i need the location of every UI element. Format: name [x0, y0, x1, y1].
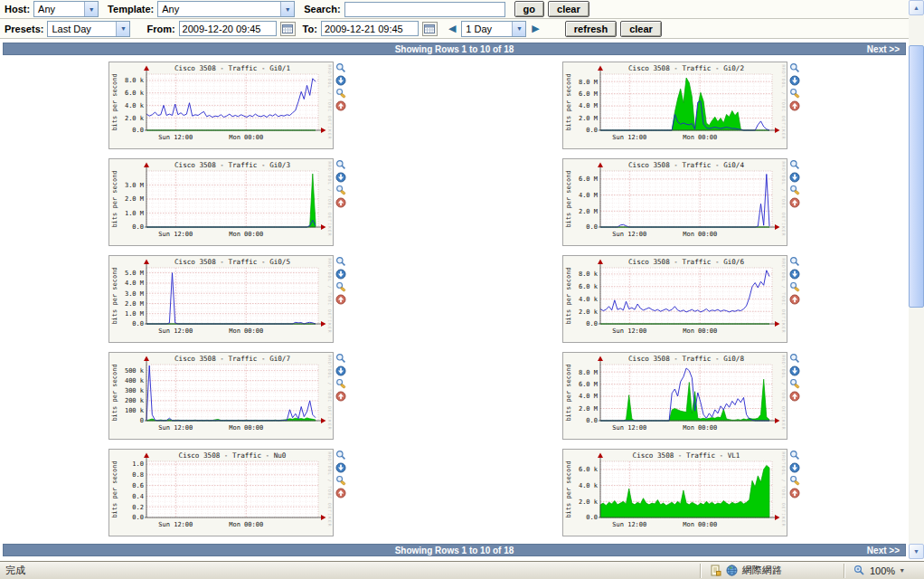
- graph-image[interactable]: Sun 12:00Mon 00:000.00.20.40.60.81.0Cisc…: [108, 449, 334, 536]
- y-tick-label: 0.0: [587, 417, 599, 424]
- graph-title: Cisco 3508 - Traffic - Gi0/1: [174, 64, 290, 72]
- y-tick-label: 0.0: [132, 127, 144, 134]
- y-axis-label: bits per second: [565, 73, 572, 130]
- graph-image[interactable]: Sun 12:00Mon 00:000100 k200 k300 k400 k5…: [108, 352, 334, 440]
- shift-back-icon[interactable]: ◀: [447, 23, 457, 34]
- calendar-icon[interactable]: [280, 22, 296, 36]
- vertical-scrollbar[interactable]: ▲ ▼: [909, 0, 924, 559]
- y-tick-label: 0.0: [132, 223, 144, 231]
- graph-image[interactable]: Sun 12:00Mon 00:000.02.0 M4.0 M6.0 M8.0 …: [562, 352, 787, 440]
- zoom-graph-icon[interactable]: [789, 62, 800, 73]
- graph-properties-icon[interactable]: [789, 88, 800, 99]
- page-top-icon[interactable]: [789, 488, 800, 498]
- graph-properties-icon[interactable]: [789, 378, 800, 389]
- page-top-icon[interactable]: [335, 197, 346, 208]
- csv-export-icon[interactable]: [789, 462, 800, 473]
- zoom-control[interactable]: 100% ▼: [848, 565, 924, 577]
- csv-export-icon[interactable]: [335, 365, 346, 376]
- page-top-icon[interactable]: [335, 488, 346, 498]
- next-page-link[interactable]: Next >>: [867, 546, 900, 555]
- csv-export-icon[interactable]: [789, 172, 800, 183]
- graph-row: Sun 12:00Mon 00:000.01.0 M2.0 M3.0 MCisc…: [0, 157, 909, 253]
- search-input[interactable]: [344, 2, 505, 17]
- graph-properties-icon[interactable]: [789, 185, 800, 195]
- to-date-input[interactable]: [321, 21, 419, 36]
- graph-properties-icon[interactable]: [789, 281, 800, 292]
- graph-title: Cisco 3508 - Traffic - Nu0: [178, 451, 286, 460]
- presets-select[interactable]: Last Day ▼: [47, 21, 130, 37]
- y-tick-label: 4.0 M: [579, 192, 598, 199]
- zoom-graph-icon[interactable]: [789, 256, 800, 267]
- y-tick-label: 0.0: [587, 320, 599, 327]
- csv-export-icon[interactable]: [789, 365, 800, 376]
- rrdtool-watermark: RRDTOOL / TOBI OETIKER: [781, 259, 786, 334]
- traffic-graph-svg: Sun 12:00Mon 00:000.01.0 M2.0 M3.0 M4.0 …: [109, 256, 333, 342]
- zoom-graph-icon[interactable]: [789, 159, 800, 170]
- csv-export-icon[interactable]: [335, 75, 346, 86]
- y-tick-label: 3.0 M: [125, 290, 144, 298]
- scroll-up-button[interactable]: ▲: [909, 0, 924, 15]
- y-axis-arrow: [144, 260, 149, 265]
- scrollbar-thumb[interactable]: [909, 45, 924, 308]
- graph-image[interactable]: Sun 12:00Mon 00:000.01.0 M2.0 M3.0 M4.0 …: [108, 255, 334, 343]
- csv-export-icon[interactable]: [335, 172, 346, 183]
- graph-image[interactable]: Sun 12:00Mon 00:000.02.0 M4.0 M6.0 M8.0 …: [562, 62, 787, 149]
- host-select[interactable]: Any ▼: [33, 1, 99, 17]
- x-tick-label: Mon 00:00: [229, 521, 263, 528]
- y-tick-label: 1.0 M: [125, 210, 144, 217]
- y-axis-arrow: [598, 356, 603, 362]
- graph-properties-icon[interactable]: [789, 475, 800, 486]
- graph-cell: Sun 12:00Mon 00:000.02.0 k4.0 k6.0 k8.0 …: [0, 60, 455, 157]
- scroll-down-button[interactable]: ▼: [909, 544, 924, 559]
- page-top-icon[interactable]: [335, 391, 346, 402]
- y-tick-label: 6.0 M: [579, 176, 598, 183]
- x-axis-arrow: [775, 515, 780, 520]
- csv-export-icon[interactable]: [335, 462, 346, 473]
- go-button[interactable]: go: [514, 1, 544, 17]
- y-tick-label: 6.0 k: [579, 283, 599, 290]
- zoom-graph-icon[interactable]: [335, 62, 346, 73]
- graph-image[interactable]: Sun 12:00Mon 00:000.01.0 M2.0 M3.0 MCisc…: [108, 158, 334, 246]
- zoom-graph-icon[interactable]: [789, 353, 800, 364]
- graph-image[interactable]: Sun 12:00Mon 00:000.02.0 k4.0 k6.0 kCisc…: [562, 449, 787, 536]
- csv-export-icon[interactable]: [789, 75, 800, 86]
- clear-button[interactable]: clear: [548, 1, 589, 17]
- page-top-icon[interactable]: [335, 294, 346, 305]
- zoom-graph-icon[interactable]: [789, 450, 800, 460]
- y-axis-label: bits per second: [565, 460, 572, 517]
- refresh-button[interactable]: refresh: [565, 21, 617, 37]
- y-axis-arrow: [144, 356, 149, 362]
- graph-title: Cisco 3508 - Traffic - Gi0/3: [174, 161, 290, 169]
- graph-image[interactable]: Sun 12:00Mon 00:000.02.0 k4.0 k6.0 k8.0 …: [108, 62, 334, 149]
- page-top-icon[interactable]: [789, 197, 800, 208]
- graph-image[interactable]: Sun 12:00Mon 00:000.02.0 M4.0 M6.0 MCisc…: [562, 158, 787, 246]
- graph-image[interactable]: Sun 12:00Mon 00:000.02.0 k4.0 k6.0 k8.0 …: [562, 255, 787, 343]
- shift-select[interactable]: 1 Day ▼: [461, 21, 526, 37]
- graph-row: Sun 12:00Mon 00:000.01.0 M2.0 M3.0 M4.0 …: [0, 253, 909, 350]
- csv-export-icon[interactable]: [335, 269, 346, 280]
- page-top-icon[interactable]: [789, 391, 800, 402]
- zoom-graph-icon[interactable]: [335, 159, 346, 170]
- graph-properties-icon[interactable]: [335, 378, 346, 389]
- page-top-icon[interactable]: [335, 100, 346, 111]
- template-select[interactable]: Any ▼: [157, 1, 295, 17]
- rrdtool-watermark: RRDTOOL / TOBI OETIKER: [327, 65, 332, 140]
- graph-row: Sun 12:00Mon 00:000.02.0 k4.0 k6.0 k8.0 …: [0, 60, 909, 157]
- zoom-graph-icon[interactable]: [335, 256, 346, 267]
- graph-properties-icon[interactable]: [335, 185, 346, 195]
- graph-properties-icon[interactable]: [335, 281, 346, 292]
- from-date-input[interactable]: [179, 21, 277, 36]
- graph-properties-icon[interactable]: [335, 88, 346, 99]
- zoom-graph-icon[interactable]: [335, 450, 346, 460]
- page-top-icon[interactable]: [789, 100, 800, 111]
- shift-forward-icon[interactable]: ▶: [530, 23, 541, 34]
- next-page-link[interactable]: Next >>: [867, 44, 900, 54]
- clear-button[interactable]: clear: [620, 21, 662, 37]
- calendar-icon[interactable]: [422, 22, 438, 36]
- graph-cell: Sun 12:00Mon 00:000.02.0 M4.0 M6.0 M8.0 …: [455, 60, 910, 157]
- page-top-icon[interactable]: [789, 294, 800, 305]
- graph-row: Sun 12:00Mon 00:000.00.20.40.60.81.0Cisc…: [0, 447, 909, 544]
- zoom-graph-icon[interactable]: [335, 353, 346, 364]
- graph-properties-icon[interactable]: [335, 475, 346, 486]
- csv-export-icon[interactable]: [789, 269, 800, 280]
